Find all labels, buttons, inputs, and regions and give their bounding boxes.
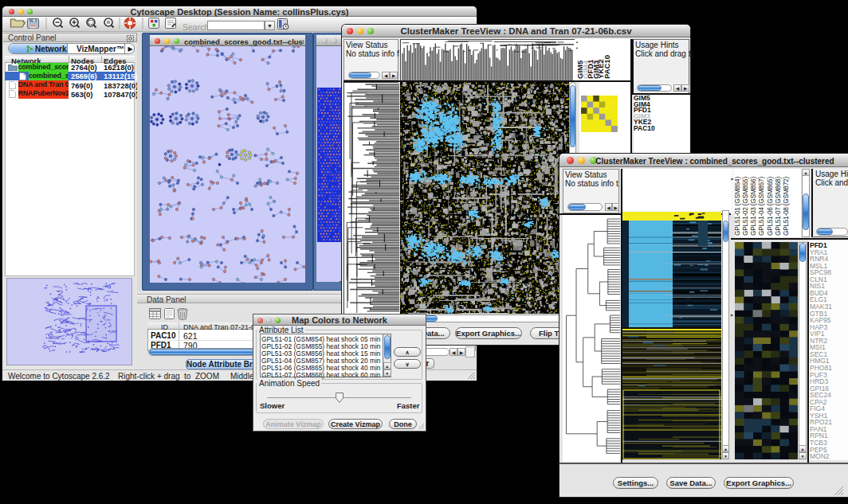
svg-text:GPL51-04 (GSM857): GPL51-04 (GSM857) — [758, 177, 765, 236]
svg-text:GPL51-08 (GSM872): GPL51-08 (GSM872) — [783, 177, 790, 236]
svg-text:GPL51-03 (GSM856): GPL51-03 (GSM856) — [750, 177, 757, 236]
svg-text:GPL51-06 (GSM865): GPL51-06 (GSM865) — [767, 177, 774, 236]
svg-text:GPL51-07 (GSM868): GPL51-07 (GSM868) — [775, 177, 782, 236]
svg-text:GPL51-01 (GSM854): GPL51-01 (GSM854) — [735, 177, 741, 236]
svg-text:PAC10: PAC10 — [603, 55, 611, 79]
svg-text:GPL51-02 (GSM855): GPL51-02 (GSM855) — [742, 177, 749, 236]
